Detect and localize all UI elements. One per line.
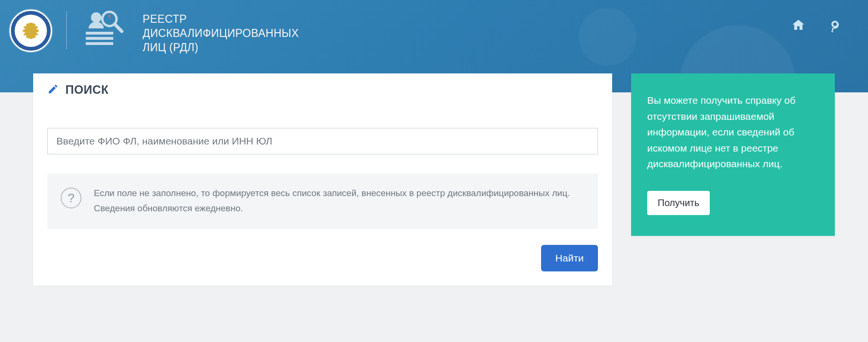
panel-header: ПОИСК: [47, 83, 598, 103]
app-logo-icon: [81, 9, 124, 47]
hint-box: ? Если поле не заполнено, то формируется…: [47, 173, 598, 229]
title-line-1: РЕЕСТР: [143, 12, 299, 27]
svg-rect-4: [86, 37, 113, 40]
panel-heading: ПОИСК: [65, 83, 108, 97]
hint-line-2: Сведения обновляются ежедневно.: [94, 201, 570, 216]
sidebox-text: Вы можете получить справку об отсутствии…: [647, 92, 819, 172]
search-panel: ПОИСК ? Если поле не заполнено, то форми…: [33, 73, 612, 286]
svg-rect-3: [86, 32, 113, 35]
title-line-2: ДИСКВАЛИФИЦИРОВАННЫХ: [143, 27, 299, 41]
question-icon: ?: [61, 188, 81, 208]
home-icon[interactable]: [791, 18, 805, 32]
search-input[interactable]: [47, 128, 598, 154]
svg-line-2: [115, 24, 122, 31]
pencil-icon: [47, 83, 59, 97]
find-button[interactable]: Найти: [541, 245, 598, 271]
key-icon[interactable]: [825, 18, 840, 32]
agency-emblem: [9, 9, 52, 52]
get-certificate-button[interactable]: Получить: [647, 191, 710, 215]
title-line-3: ЛИЦ (РДЛ): [143, 41, 299, 55]
svg-rect-5: [86, 42, 113, 45]
hint-line-1: Если поле не заполнено, то формируется в…: [94, 186, 570, 201]
app-title: РЕЕСТР ДИСКВАЛИФИЦИРОВАННЫХ ЛИЦ (РДЛ): [143, 12, 299, 55]
svg-point-0: [91, 12, 101, 23]
certificate-sidebox: Вы можете получить справку об отсутствии…: [631, 73, 835, 236]
header-divider: [66, 11, 67, 49]
